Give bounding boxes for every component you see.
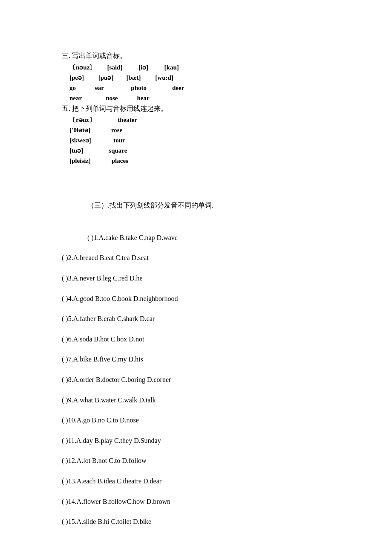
question-3: ( )3.A.never B.leg C.red D.he [62,273,330,284]
section-5-title: 五. 把下列单词与音标用线连起来。 [62,103,330,114]
section-5-row-5: [pleisiz] places [69,156,330,166]
subsection-3-title: （三）.找出下列划线部分发音不同的单词. [87,200,330,211]
section-5-row-4: [tuə] square [69,145,330,156]
question-4: ( )4.A.good B.too C.book D.neighborhood [62,293,330,304]
section-5-row-1: 〔rəuz〕 theater [69,115,330,125]
section-3-row-1: 〔nəuz〕 [said] [iə] [kau] [69,62,330,72]
question-8: ( )8.A.order B.doctor C.boring D.corner [62,374,330,385]
question-6: ( )6.A.soda B.hot C.box D.not [62,334,330,345]
question-1: ( )1.A.cake B.take C.nap D.wave [87,232,330,243]
section-3-title: 三. 写出单词或音标。 [62,50,330,61]
question-12: ( )12.A.lot B.not C.to D.follow [62,455,330,466]
question-15: ( )15.A.slide B.hi C.toilet D.bike [62,516,330,527]
question-10: ( )10.A.go B.no C.to D.nose [62,415,330,426]
section-5-row-2: ['θiətə] rose [69,125,330,135]
section-3-row-4: near nose hear [69,93,330,103]
question-2: ( )2.A.breaed B.eat C.tea D.seat [62,252,330,263]
question-11: ( )11.A.day B.play C.they D.Sunday [62,435,330,446]
question-9: ( )9.A.what B.water C.walk D.talk [62,395,330,406]
question-14: ( )14.A.flower B.followC.how D.brown [62,496,330,507]
question-5: ( )5.A.father B.crab C.shark D.car [62,313,330,324]
section-3-row-3: go ear photo deer [69,83,330,93]
question-7: ( )7.A.bike B.five C.my D.his [62,354,330,365]
section-3-row-2: [peə] [puə] [bæt] [wu:d] [69,72,330,83]
section-5-row-3: [skweə] tour [69,135,330,145]
question-13: ( )13.A.each B.idea C.theatre D.dear [62,476,330,487]
